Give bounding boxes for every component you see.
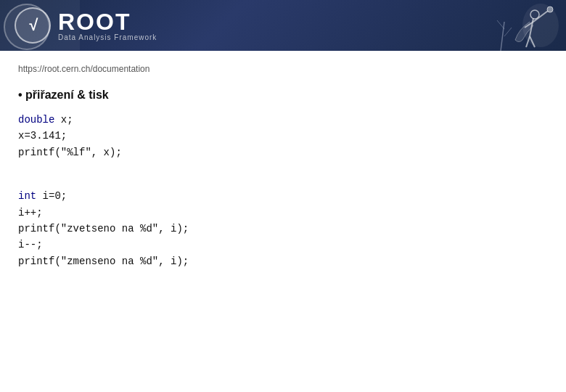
content-area: https://root.cern.ch/documentation • při… bbox=[0, 51, 566, 297]
code-line-6: printf("zvetseno na %d", i); bbox=[18, 221, 548, 237]
header-banner: √ ROOT Data Analysis Framework bbox=[0, 0, 566, 51]
code-line-1: double x; bbox=[18, 112, 548, 128]
logo-text-area: ROOT Data Analysis Framework bbox=[58, 10, 157, 41]
logo-subtitle: Data Analysis Framework bbox=[58, 33, 157, 41]
svg-line-8 bbox=[501, 22, 504, 51]
svg-point-4 bbox=[547, 7, 553, 12]
code-line-5: i++; bbox=[18, 205, 548, 221]
code-line-7: i--; bbox=[18, 237, 548, 253]
code-separator bbox=[18, 175, 548, 188]
section-heading: • přiřazení & tisk bbox=[18, 89, 548, 102]
code-line-3: printf("%lf", x); bbox=[18, 144, 548, 160]
svg-line-9 bbox=[497, 20, 504, 29]
code-block-2: int i=0; i++; printf("zvetseno na %d", i… bbox=[18, 188, 548, 269]
logo-name: ROOT bbox=[58, 10, 157, 33]
svg-line-10 bbox=[504, 28, 512, 36]
code-block-1: double x; x=3.141; printf("%lf", x); bbox=[18, 112, 548, 160]
code-line-4: int i=0; bbox=[18, 188, 548, 204]
code-line-2: x=3.141; bbox=[18, 128, 548, 144]
url-text: https://root.cern.ch/documentation bbox=[18, 64, 548, 74]
header-right-decoration bbox=[479, 0, 566, 51]
logo-symbol: √ bbox=[15, 7, 51, 44]
logo-area: √ ROOT Data Analysis Framework bbox=[15, 7, 157, 44]
code-line-8: printf("zmenseno na %d", i); bbox=[18, 253, 548, 269]
